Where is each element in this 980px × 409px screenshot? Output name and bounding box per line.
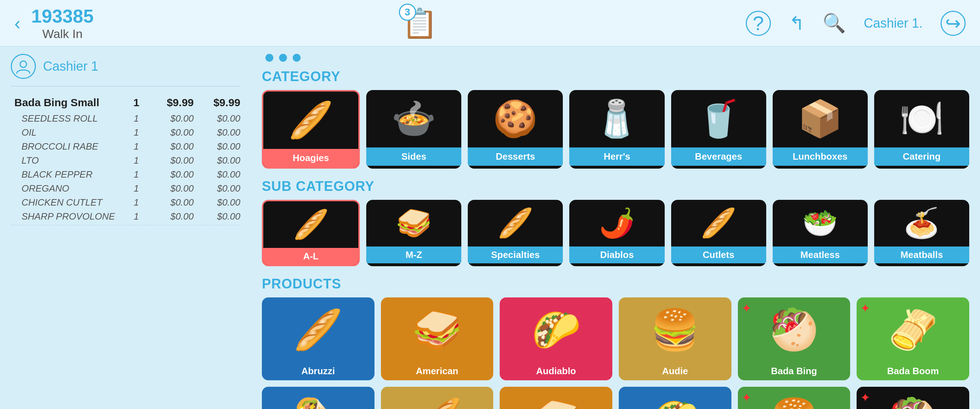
sub-category-item-meatless[interactable]: 🥗 Meatless: [773, 200, 868, 266]
sub-category-item-diablos[interactable]: 🌶️ Diablos: [569, 200, 664, 266]
top-bar-right: ? ↱ 🔍 Cashier 1. ↪: [746, 11, 966, 36]
modifier-total: $0.00: [194, 154, 240, 167]
product-label: Audiablo: [500, 362, 612, 380]
sub-category-image: 🥪: [366, 200, 461, 247]
category-label: CATEGORY: [262, 69, 969, 84]
modifier-total: $0.00: [194, 126, 240, 140]
sub-category-item-mz[interactable]: 🥪 M-Z: [366, 200, 461, 266]
product-item-american[interactable]: 🥪 American: [381, 298, 493, 380]
sub-category-image: 🥗: [773, 200, 868, 247]
category-item-herrs[interactable]: 🧂 Herr's: [569, 90, 664, 169]
sub-category-item-cutlets[interactable]: 🥖 Cutlets: [671, 200, 766, 266]
product-item-big-t[interactable]: 🌯 Big "T": [262, 387, 374, 409]
product-item-audiablo[interactable]: 🌮 Audiablo: [500, 298, 612, 380]
search-button[interactable]: 🔍: [822, 12, 846, 34]
modifier-qty: 1: [126, 126, 147, 140]
star-badge: ✦: [741, 390, 751, 405]
help-button[interactable]: ?: [746, 11, 771, 36]
modifier-name: CHICKEN CUTLET: [11, 196, 126, 210]
star-badge: ✦: [860, 301, 870, 315]
product-item-chicken-colette[interactable]: ✦ 🥙 CHICKEN COLETTE: [857, 387, 969, 409]
sub-category-item-label: Cutlets: [671, 247, 766, 263]
sub-category-image: 🥖: [468, 200, 563, 247]
product-item-abruzzi[interactable]: 🥖 Abruzzi: [262, 298, 374, 380]
category-item-beverages[interactable]: 🥤 Beverages: [671, 90, 766, 169]
product-item-row2-3[interactable]: 🌮: [619, 387, 732, 409]
star-badge: ✦: [860, 390, 870, 405]
product-image: ✦ 🥙: [738, 298, 851, 362]
product-item-row2-1[interactable]: 🥖: [381, 387, 493, 409]
modifier-qty: 1: [126, 181, 147, 196]
category-item-label: Catering: [874, 148, 969, 166]
product-image: ✦ 🍔: [738, 387, 851, 409]
sub-category-label: SUB CATEGORY: [262, 179, 969, 194]
modifier-price: $0.00: [147, 126, 194, 140]
product-label: Bada Boom: [857, 362, 969, 380]
modifier-qty: 1: [126, 154, 147, 167]
sub-category-item-specialties[interactable]: 🥖 Specialties: [468, 200, 563, 266]
sub-category-item-label: Meatballs: [874, 247, 969, 263]
product-image: ✦ 🥙: [857, 387, 969, 409]
top-bar-center: 📋 3: [402, 6, 438, 40]
top-bar: ‹ 193385 Walk In 📋 3 ? ↱ 🔍 Cashier 1. ↪: [0, 0, 980, 47]
product-image: 🌯: [262, 387, 374, 409]
dot-1: [266, 54, 273, 62]
product-label: Bada Bing: [738, 362, 851, 380]
category-image: 🍽️: [874, 90, 969, 148]
modifier-total: $0.00: [194, 167, 240, 181]
category-item-lunchboxes[interactable]: 📦 Lunchboxes: [773, 90, 868, 169]
left-panel: Cashier 1 Bada Bing Small 1 $9.99 $9.99 …: [0, 47, 251, 409]
product-label: Abruzzi: [262, 362, 374, 380]
product-item-bada-boom[interactable]: ✦ 🫔 Bada Boom: [857, 298, 969, 380]
category-image: 🥖: [263, 91, 358, 149]
product-item-row2-4[interactable]: ✦ 🍔: [738, 387, 851, 409]
modifier-total: $0.00: [194, 196, 240, 210]
modifier-name: BLACK PEPPER: [11, 167, 126, 181]
order-badge[interactable]: 📋 3: [402, 6, 438, 40]
product-image: 🥖: [381, 387, 493, 409]
category-item-sides[interactable]: 🍲 Sides: [366, 90, 461, 169]
modifier-name: SEEDLESS ROLL: [11, 111, 126, 126]
category-item-hoagies[interactable]: 🥖 Hoagies: [262, 90, 360, 169]
products-label: PRODUCTS: [262, 276, 969, 292]
main-content: Cashier 1 Bada Bing Small 1 $9.99 $9.99 …: [0, 47, 980, 409]
product-item-row2-2[interactable]: 🥪: [500, 387, 612, 409]
category-item-label: Hoagies: [263, 149, 358, 167]
category-item-desserts[interactable]: 🍪 Desserts: [468, 90, 563, 169]
transfer-button[interactable]: ↱: [789, 13, 805, 34]
order-info: 193385 Walk In: [31, 5, 94, 41]
order-number: 193385: [31, 5, 94, 27]
svg-point-0: [20, 61, 27, 67]
modifier-total: $0.00: [194, 210, 240, 223]
dot-3: [293, 54, 301, 62]
product-image: 🥪: [381, 298, 493, 362]
product-item-audie[interactable]: 🍔 Audie: [619, 298, 732, 380]
product-item-bada-bing[interactable]: ✦ 🥙 Bada Bing: [738, 298, 851, 380]
category-item-catering[interactable]: 🍽️ Catering: [874, 90, 969, 169]
category-grid: 🥖 Hoagies 🍲 Sides 🍪 Desserts 🧂 Herr's 🥤 …: [262, 90, 969, 169]
product-image: ✦ 🫔: [857, 298, 969, 362]
modifier-price: $0.00: [147, 181, 194, 196]
category-image: 🍲: [366, 90, 461, 148]
modifier-qty: 1: [126, 167, 147, 181]
item-name[interactable]: Bada Bing Small: [11, 94, 126, 111]
avatar-icon: [11, 54, 36, 79]
modifier-qty: 1: [126, 210, 147, 223]
item-qty: 1: [126, 94, 147, 111]
category-image: 🧂: [569, 90, 664, 148]
back-button[interactable]: ‹: [14, 13, 21, 34]
cashier-label: Cashier 1.: [864, 16, 923, 31]
modifier-total: $0.00: [194, 111, 240, 126]
product-label: Audie: [619, 362, 732, 380]
dots-row: [262, 54, 969, 62]
product-image: 🌮: [619, 387, 732, 409]
category-item-label: Herr's: [569, 148, 664, 166]
sub-category-item-al[interactable]: 🥖 A-L: [262, 200, 360, 266]
sub-category-image: 🥖: [671, 200, 766, 247]
sub-category-item-meatballs[interactable]: 🍝 Meatballs: [874, 200, 969, 266]
item-price: $9.99: [147, 94, 194, 111]
cashier-name: Cashier 1: [43, 59, 98, 74]
sub-category-item-label: M-Z: [366, 247, 461, 263]
modifier-qty: 1: [126, 140, 147, 154]
logout-button[interactable]: ↪: [940, 11, 966, 36]
